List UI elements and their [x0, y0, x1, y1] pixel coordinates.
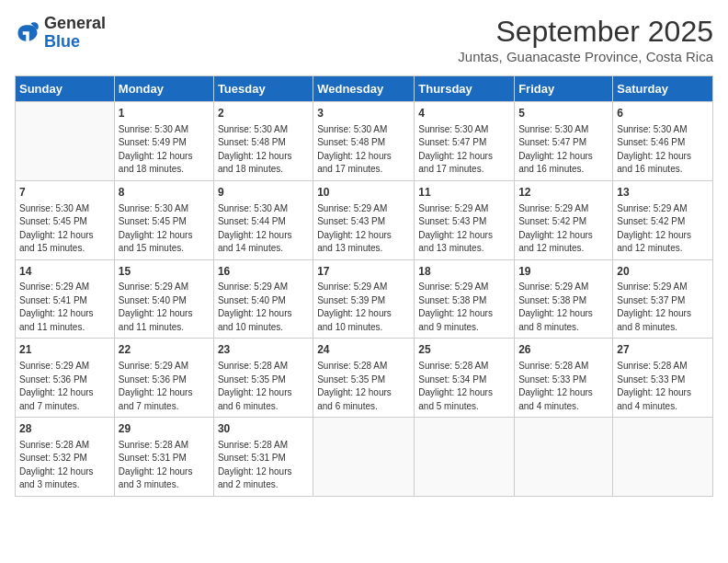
- day-info: Sunrise: 5:30 AM Sunset: 5:46 PM Dayligh…: [617, 123, 709, 177]
- day-info: Sunrise: 5:30 AM Sunset: 5:45 PM Dayligh…: [119, 202, 210, 256]
- calendar-cell: 10Sunrise: 5:29 AM Sunset: 5:43 PM Dayli…: [313, 180, 415, 259]
- day-number: 20: [617, 264, 709, 280]
- calendar-cell: [313, 418, 415, 497]
- calendar-cell: 28Sunrise: 5:28 AM Sunset: 5:32 PM Dayli…: [16, 418, 115, 497]
- day-number: 14: [19, 264, 110, 280]
- day-info: Sunrise: 5:29 AM Sunset: 5:37 PM Dayligh…: [617, 281, 709, 334]
- calendar-cell: 7Sunrise: 5:30 AM Sunset: 5:45 PM Daylig…: [16, 180, 115, 259]
- day-info: Sunrise: 5:30 AM Sunset: 5:47 PM Dayligh…: [518, 123, 609, 177]
- calendar-cell: 23Sunrise: 5:28 AM Sunset: 5:35 PM Dayli…: [213, 339, 313, 418]
- calendar-cell: [415, 418, 515, 497]
- calendar-cell: [16, 102, 115, 181]
- day-info: Sunrise: 5:29 AM Sunset: 5:42 PM Dayligh…: [518, 202, 609, 256]
- day-info: Sunrise: 5:28 AM Sunset: 5:33 PM Dayligh…: [518, 360, 609, 413]
- calendar-cell: 11Sunrise: 5:29 AM Sunset: 5:43 PM Dayli…: [415, 180, 515, 259]
- day-number: 16: [218, 264, 309, 280]
- day-number: 3: [317, 106, 410, 121]
- day-number: 12: [518, 185, 609, 201]
- calendar-title: September 2025: [458, 15, 713, 49]
- page-header: General Blue September 2025 Juntas, Guan…: [15, 15, 713, 64]
- calendar-cell: 2Sunrise: 5:30 AM Sunset: 5:48 PM Daylig…: [213, 102, 313, 181]
- calendar-week-row: 14Sunrise: 5:29 AM Sunset: 5:41 PM Dayli…: [16, 259, 713, 339]
- calendar-week-row: 1Sunrise: 5:30 AM Sunset: 5:49 PM Daylig…: [16, 102, 713, 181]
- calendar-cell: 30Sunrise: 5:28 AM Sunset: 5:31 PM Dayli…: [213, 418, 313, 497]
- header-row: SundayMondayTuesdayWednesdayThursdayFrid…: [16, 76, 713, 102]
- day-number: 28: [19, 421, 110, 437]
- day-info: Sunrise: 5:28 AM Sunset: 5:31 PM Dayligh…: [119, 439, 210, 492]
- day-number: 23: [218, 342, 309, 358]
- calendar-cell: 12Sunrise: 5:29 AM Sunset: 5:42 PM Dayli…: [515, 180, 613, 259]
- day-number: 19: [518, 264, 609, 280]
- day-number: 4: [418, 106, 510, 121]
- calendar-cell: 18Sunrise: 5:29 AM Sunset: 5:38 PM Dayli…: [415, 259, 515, 339]
- day-info: Sunrise: 5:28 AM Sunset: 5:33 PM Dayligh…: [617, 360, 709, 413]
- day-info: Sunrise: 5:28 AM Sunset: 5:35 PM Dayligh…: [317, 360, 410, 413]
- title-block: September 2025 Juntas, Guanacaste Provin…: [458, 15, 713, 64]
- day-number: 25: [418, 342, 510, 358]
- day-info: Sunrise: 5:28 AM Sunset: 5:32 PM Dayligh…: [19, 439, 110, 492]
- day-number: 17: [317, 264, 410, 280]
- calendar-week-row: 21Sunrise: 5:29 AM Sunset: 5:36 PM Dayli…: [16, 339, 713, 418]
- day-number: 27: [617, 342, 709, 358]
- day-number: 6: [617, 106, 709, 121]
- calendar-cell: 27Sunrise: 5:28 AM Sunset: 5:33 PM Dayli…: [613, 339, 713, 418]
- header-day: Thursday: [415, 76, 515, 102]
- day-info: Sunrise: 5:28 AM Sunset: 5:35 PM Dayligh…: [218, 360, 309, 413]
- calendar-cell: 19Sunrise: 5:29 AM Sunset: 5:38 PM Dayli…: [515, 259, 613, 339]
- day-info: Sunrise: 5:29 AM Sunset: 5:40 PM Dayligh…: [119, 281, 210, 334]
- day-info: Sunrise: 5:30 AM Sunset: 5:48 PM Dayligh…: [317, 123, 410, 177]
- day-number: 7: [19, 185, 110, 201]
- day-number: 15: [119, 264, 210, 280]
- calendar-cell: 17Sunrise: 5:29 AM Sunset: 5:39 PM Dayli…: [313, 259, 415, 339]
- header-day: Saturday: [613, 76, 713, 102]
- calendar-cell: 9Sunrise: 5:30 AM Sunset: 5:44 PM Daylig…: [213, 180, 313, 259]
- day-info: Sunrise: 5:29 AM Sunset: 5:42 PM Dayligh…: [617, 202, 709, 256]
- header-day: Sunday: [16, 76, 115, 102]
- day-number: 8: [119, 185, 210, 201]
- day-number: 21: [19, 342, 110, 358]
- day-number: 29: [119, 421, 210, 437]
- header-day: Wednesday: [313, 76, 415, 102]
- day-info: Sunrise: 5:29 AM Sunset: 5:43 PM Dayligh…: [418, 202, 510, 256]
- calendar-cell: 13Sunrise: 5:29 AM Sunset: 5:42 PM Dayli…: [613, 180, 713, 259]
- calendar-cell: 16Sunrise: 5:29 AM Sunset: 5:40 PM Dayli…: [213, 259, 313, 339]
- calendar-cell: 3Sunrise: 5:30 AM Sunset: 5:48 PM Daylig…: [313, 102, 415, 181]
- calendar-cell: 20Sunrise: 5:29 AM Sunset: 5:37 PM Dayli…: [613, 259, 713, 339]
- calendar-cell: 1Sunrise: 5:30 AM Sunset: 5:49 PM Daylig…: [114, 102, 213, 181]
- calendar-cell: 4Sunrise: 5:30 AM Sunset: 5:47 PM Daylig…: [415, 102, 515, 181]
- day-number: 13: [617, 185, 709, 201]
- calendar-table: SundayMondayTuesdayWednesdayThursdayFrid…: [15, 75, 713, 497]
- calendar-cell: 14Sunrise: 5:29 AM Sunset: 5:41 PM Dayli…: [16, 259, 115, 339]
- day-info: Sunrise: 5:28 AM Sunset: 5:31 PM Dayligh…: [218, 439, 309, 492]
- day-number: 22: [119, 342, 210, 358]
- calendar-cell: 8Sunrise: 5:30 AM Sunset: 5:45 PM Daylig…: [114, 180, 213, 259]
- calendar-cell: 5Sunrise: 5:30 AM Sunset: 5:47 PM Daylig…: [515, 102, 613, 181]
- day-info: Sunrise: 5:29 AM Sunset: 5:40 PM Dayligh…: [218, 281, 309, 334]
- day-info: Sunrise: 5:29 AM Sunset: 5:39 PM Dayligh…: [317, 281, 410, 334]
- calendar-cell: 6Sunrise: 5:30 AM Sunset: 5:46 PM Daylig…: [613, 102, 713, 181]
- day-info: Sunrise: 5:30 AM Sunset: 5:48 PM Dayligh…: [218, 123, 309, 177]
- day-info: Sunrise: 5:29 AM Sunset: 5:36 PM Dayligh…: [19, 360, 110, 413]
- logo: General Blue: [15, 15, 106, 52]
- day-number: 26: [518, 342, 609, 358]
- day-number: 2: [218, 106, 309, 121]
- calendar-cell: 24Sunrise: 5:28 AM Sunset: 5:35 PM Dayli…: [313, 339, 415, 418]
- day-info: Sunrise: 5:30 AM Sunset: 5:49 PM Dayligh…: [119, 123, 210, 177]
- calendar-cell: [515, 418, 613, 497]
- day-info: Sunrise: 5:28 AM Sunset: 5:34 PM Dayligh…: [418, 360, 510, 413]
- day-number: 18: [418, 264, 510, 280]
- calendar-week-row: 28Sunrise: 5:28 AM Sunset: 5:32 PM Dayli…: [16, 418, 713, 497]
- header-day: Monday: [114, 76, 213, 102]
- day-info: Sunrise: 5:30 AM Sunset: 5:47 PM Dayligh…: [418, 123, 510, 177]
- day-info: Sunrise: 5:29 AM Sunset: 5:43 PM Dayligh…: [317, 202, 410, 256]
- day-number: 11: [418, 185, 510, 201]
- calendar-subtitle: Juntas, Guanacaste Province, Costa Rica: [458, 49, 713, 64]
- calendar-cell: 29Sunrise: 5:28 AM Sunset: 5:31 PM Dayli…: [114, 418, 213, 497]
- logo-icon: [15, 20, 40, 46]
- calendar-cell: 26Sunrise: 5:28 AM Sunset: 5:33 PM Dayli…: [515, 339, 613, 418]
- day-info: Sunrise: 5:30 AM Sunset: 5:45 PM Dayligh…: [19, 202, 110, 256]
- day-number: 1: [119, 106, 210, 121]
- day-info: Sunrise: 5:29 AM Sunset: 5:38 PM Dayligh…: [518, 281, 609, 334]
- calendar-week-row: 7Sunrise: 5:30 AM Sunset: 5:45 PM Daylig…: [16, 180, 713, 259]
- calendar-cell: 21Sunrise: 5:29 AM Sunset: 5:36 PM Dayli…: [16, 339, 115, 418]
